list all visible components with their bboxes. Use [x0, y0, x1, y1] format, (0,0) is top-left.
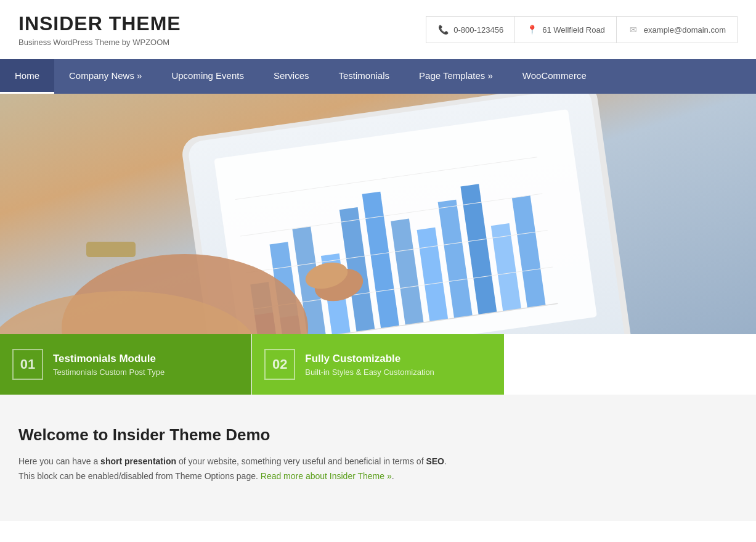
- feature-text-1: Testimonials Module Testimonials Custom …: [53, 353, 165, 377]
- main-nav: Home Company News » Upcoming Events Serv…: [0, 59, 756, 94]
- welcome-section: Welcome to Insider Theme Demo Here you c…: [0, 395, 756, 521]
- feature-subtitle-1: Testimonials Custom Post Type: [53, 367, 165, 377]
- feature-text-3: Unique & Responsive Fully responsive the…: [558, 353, 665, 377]
- nav-link-testimonials[interactable]: Testimonials: [324, 59, 405, 92]
- nav-link-upcoming-events[interactable]: Upcoming Events: [156, 59, 259, 92]
- feature-title-1: Testimonials Module: [53, 353, 165, 365]
- welcome-bold-presentation: short presentation: [100, 456, 176, 466]
- site-header: INSIDER THEME Business WordPress Theme b…: [0, 0, 756, 59]
- hero-banner: [0, 94, 756, 334]
- welcome-line2-after: .: [392, 471, 394, 481]
- address-text: 61 Wellfield Road: [542, 25, 605, 35]
- email-text: example@domain.com: [644, 25, 726, 35]
- welcome-text-after: .: [444, 456, 447, 466]
- nav-link-company-news[interactable]: Company News »: [54, 59, 156, 92]
- nav-item-testimonials[interactable]: Testimonials: [324, 59, 405, 94]
- contact-address: 📍 61 Wellfield Road: [515, 17, 617, 43]
- feature-title-2: Fully Customizable: [305, 353, 434, 365]
- feature-subtitle-3: Fully responsive theme: [558, 367, 665, 377]
- feature-box-3: 03 Unique & Responsive Fully responsive …: [505, 334, 756, 395]
- welcome-paragraph-2: This block can be enabled/disabled from …: [18, 469, 738, 484]
- site-branding: INSIDER THEME Business WordPress Theme b…: [18, 12, 181, 47]
- welcome-read-more-link[interactable]: Read more about Insider Theme »: [261, 471, 392, 481]
- feature-box-2: 02 Fully Customizable Built-in Styles & …: [252, 334, 503, 395]
- nav-item-services[interactable]: Services: [259, 59, 324, 94]
- welcome-line2-before: This block can be enabled/disabled from …: [18, 471, 261, 481]
- feature-number-1: 01: [12, 349, 43, 380]
- feature-title-3: Unique & Responsive: [558, 353, 665, 365]
- welcome-text-before: Here you can have a: [18, 456, 100, 466]
- nav-link-home[interactable]: Home: [0, 59, 54, 94]
- welcome-bold-seo: SEO: [426, 456, 444, 466]
- nav-link-woocommerce[interactable]: WooCommerce: [508, 59, 601, 92]
- contact-email: ✉ example@domain.com: [617, 17, 737, 43]
- phone-number: 0-800-123456: [453, 25, 503, 35]
- welcome-text-middle: of your website, something very useful a…: [176, 456, 426, 466]
- phone-icon: 📞: [437, 24, 449, 35]
- svg-rect-27: [86, 242, 136, 257]
- hero-image: [0, 94, 756, 334]
- feature-number-3: 03: [517, 349, 548, 380]
- nav-item-home[interactable]: Home: [0, 59, 54, 94]
- nav-link-services[interactable]: Services: [259, 59, 324, 92]
- site-title: INSIDER THEME: [18, 12, 181, 35]
- welcome-paragraph-1: Here you can have a short presentation o…: [18, 454, 738, 469]
- contact-phone: 📞 0-800-123456: [426, 17, 515, 43]
- hero-tablet-illustration: [0, 94, 756, 334]
- nav-item-upcoming-events[interactable]: Upcoming Events: [156, 59, 259, 94]
- welcome-title: Welcome to Insider Theme Demo: [18, 425, 738, 445]
- nav-link-page-templates[interactable]: Page Templates »: [404, 59, 508, 92]
- nav-item-page-templates[interactable]: Page Templates »: [404, 59, 508, 94]
- nav-item-company-news[interactable]: Company News »: [54, 59, 156, 94]
- email-icon: ✉: [628, 24, 639, 35]
- nav-item-woocommerce[interactable]: WooCommerce: [508, 59, 601, 94]
- feature-text-2: Fully Customizable Built-in Styles & Eas…: [305, 353, 434, 377]
- site-tagline: Business WordPress Theme by WPZOOM: [18, 38, 181, 47]
- feature-number-2: 02: [264, 349, 295, 380]
- feature-subtitle-2: Built-in Styles & Easy Customization: [305, 367, 434, 377]
- feature-section: 01 Testimonials Module Testimonials Cust…: [0, 334, 756, 395]
- feature-box-1: 01 Testimonials Module Testimonials Cust…: [0, 334, 251, 395]
- nav-list: Home Company News » Upcoming Events Serv…: [0, 59, 756, 94]
- contact-bar: 📞 0-800-123456 📍 61 Wellfield Road ✉ exa…: [426, 16, 738, 43]
- location-icon: 📍: [526, 24, 537, 35]
